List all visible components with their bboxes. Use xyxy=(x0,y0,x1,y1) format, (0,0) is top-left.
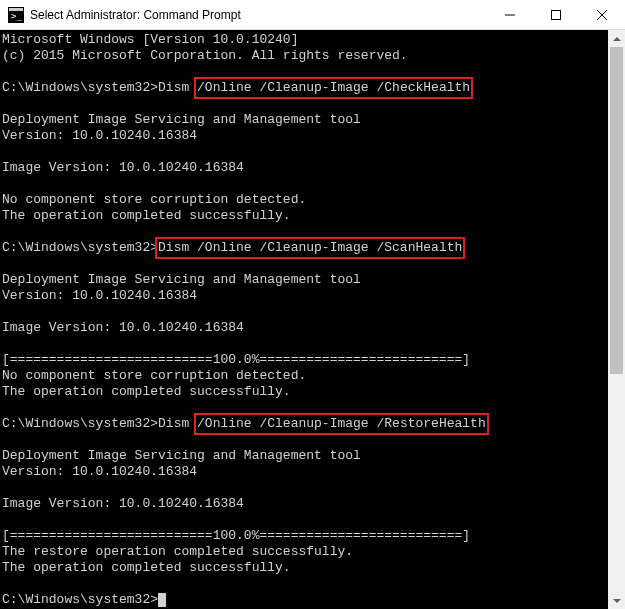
scroll-thumb[interactable] xyxy=(610,47,623,374)
terminal-output[interactable]: Microsoft Windows [Version 10.0.10240] (… xyxy=(0,30,608,609)
svg-text:>_: >_ xyxy=(11,11,22,21)
prompt: C:\Windows\system32>Dism xyxy=(2,80,197,95)
output-line: The restore operation completed successf… xyxy=(2,544,353,559)
output-line: Image Version: 10.0.10240.16384 xyxy=(2,496,244,511)
maximize-button[interactable] xyxy=(533,0,579,30)
output-line: Image Version: 10.0.10240.16384 xyxy=(2,160,244,175)
output-line: No component store corruption detected. xyxy=(2,368,306,383)
progress-bar: [==========================100.0%=======… xyxy=(2,352,470,367)
svg-rect-4 xyxy=(552,10,561,19)
output-line: No component store corruption detected. xyxy=(2,192,306,207)
svg-marker-7 xyxy=(613,37,621,41)
titlebar[interactable]: >_ Select Administrator: Command Prompt xyxy=(0,0,625,30)
highlight-scanhealth: Dism /Online /Cleanup-Image /ScanHealth xyxy=(158,240,462,256)
output-line: Deployment Image Servicing and Managemen… xyxy=(2,112,361,127)
terminal-area: Microsoft Windows [Version 10.0.10240] (… xyxy=(0,30,625,609)
output-line: Version: 10.0.10240.16384 xyxy=(2,464,197,479)
output-line: Microsoft Windows [Version 10.0.10240] xyxy=(2,32,298,47)
output-line: The operation completed successfully. xyxy=(2,208,291,223)
window-title: Select Administrator: Command Prompt xyxy=(30,8,487,22)
progress-bar: [==========================100.0%=======… xyxy=(2,528,470,543)
output-line: The operation completed successfully. xyxy=(2,560,291,575)
output-line: (c) 2015 Microsoft Corporation. All righ… xyxy=(2,48,408,63)
scroll-down-arrow[interactable] xyxy=(608,592,625,609)
highlight-checkhealth: /Online /Cleanup-Image /CheckHealth xyxy=(197,80,470,96)
cmd-icon: >_ xyxy=(8,7,24,23)
scroll-track[interactable] xyxy=(608,47,625,592)
output-line: Version: 10.0.10240.16384 xyxy=(2,288,197,303)
prompt: C:\Windows\system32> xyxy=(2,240,158,255)
close-button[interactable] xyxy=(579,0,625,30)
minimize-button[interactable] xyxy=(487,0,533,30)
prompt: C:\Windows\system32> xyxy=(2,592,158,607)
output-line: Deployment Image Servicing and Managemen… xyxy=(2,448,361,463)
vertical-scrollbar[interactable] xyxy=(608,30,625,609)
output-line: Deployment Image Servicing and Managemen… xyxy=(2,272,361,287)
output-line: Version: 10.0.10240.16384 xyxy=(2,128,197,143)
command-prompt-window: >_ Select Administrator: Command Prompt … xyxy=(0,0,625,609)
window-controls xyxy=(487,0,625,30)
cursor xyxy=(158,593,166,607)
prompt: C:\Windows\system32>Dism xyxy=(2,416,197,431)
output-line: The operation completed successfully. xyxy=(2,384,291,399)
highlight-restorehealth: /Online /Cleanup-Image /RestoreHealth xyxy=(197,416,486,432)
scroll-up-arrow[interactable] xyxy=(608,30,625,47)
output-line: Image Version: 10.0.10240.16384 xyxy=(2,320,244,335)
svg-marker-8 xyxy=(613,599,621,603)
